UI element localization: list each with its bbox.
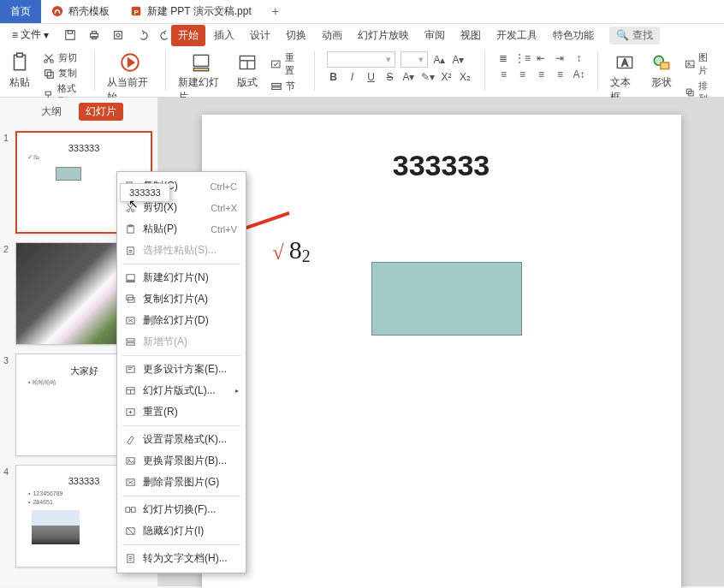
layout-icon (124, 385, 136, 397)
svg-rect-42 (126, 281, 134, 282)
svg-rect-23 (272, 61, 280, 68)
paste-icon (124, 223, 136, 235)
new-slide-button[interactable]: 新建幻灯片 (178, 51, 224, 104)
highlight-button[interactable]: ✎▾ (421, 70, 435, 84)
bold-button[interactable]: B (327, 70, 341, 84)
tab-template[interactable]: 稻壳模板 (41, 0, 120, 23)
context-menu: 复制(C)Ctrl+C 剪切(X)Ctrl+X 粘贴(P)Ctrl+V 选择性粘… (116, 171, 246, 573)
save-icon[interactable] (62, 27, 78, 43)
ctx-del-slide[interactable]: 删除幻灯片(D) (117, 310, 246, 331)
svg-point-9 (116, 33, 120, 36)
svg-rect-46 (126, 339, 134, 342)
superscript-button[interactable]: X² (440, 70, 454, 84)
ribbon-tab-design[interactable]: 设计 (243, 25, 277, 46)
italic-button[interactable]: I (346, 70, 359, 84)
layout-label: 版式 (237, 75, 258, 90)
decrease-font-icon[interactable]: A▾ (452, 53, 466, 67)
numbering-button[interactable]: ⋮≡ (515, 51, 529, 65)
panel-tab-slides[interactable]: 幻灯片 (79, 103, 123, 121)
shapes-button[interactable]: 形状 (650, 51, 673, 90)
ctx-slide-layout[interactable]: 幻灯片版式(L)...▸ (117, 380, 246, 401)
ribbon-tab-review[interactable]: 审阅 (418, 25, 452, 46)
thumb-number: 2 (3, 242, 12, 345)
hide-icon (124, 526, 136, 538)
ctx-to-word[interactable]: 转为文字文档(H)... (117, 548, 246, 569)
workarea: 大纲 幻灯片 1 333333 ✓8₂ 2 3 大家好 (0, 98, 724, 586)
ribbon-tab-extra[interactable]: 特色功能 (546, 25, 601, 46)
bullets-button[interactable]: ≣ (496, 51, 510, 65)
align-center-button[interactable]: ≡ (515, 68, 529, 81)
font-size-combo[interactable]: ▾ (401, 51, 428, 68)
reset-slide-button[interactable]: 重置 (270, 51, 301, 77)
app-menu-button[interactable]: ≡ 文件 ▾ (7, 26, 54, 44)
ctx-reset[interactable]: 重置(R) (117, 401, 246, 423)
ribbon-tab-transition[interactable]: 切换 (279, 25, 313, 46)
ribbon-tab-slideshow[interactable]: 幻灯片放映 (351, 25, 416, 46)
cut-button[interactable]: 剪切 (43, 51, 82, 64)
subscript-button[interactable]: X₂ (459, 70, 472, 84)
ctx-more-design[interactable]: 更多设计方案(E)... (117, 359, 246, 380)
new-tab-button[interactable]: + (262, 0, 286, 23)
ctx-paste[interactable]: 粘贴(P)Ctrl+V (117, 218, 246, 240)
window-restore-icon[interactable]: ▢ (215, 3, 223, 15)
section-button[interactable]: 节 (270, 80, 301, 92)
svg-rect-56 (125, 508, 129, 513)
search-box[interactable]: 🔍 查找 (609, 27, 660, 45)
ctx-hide-slide[interactable]: 隐藏幻灯片(I) (117, 520, 246, 542)
dup-slide-icon (124, 294, 136, 306)
font-color-button[interactable]: A▾ (402, 70, 416, 84)
copy-button[interactable]: 复制 (43, 67, 82, 80)
increase-font-icon[interactable]: A▴ (433, 53, 447, 67)
ribbon-tab-view[interactable]: 视图 (454, 25, 488, 46)
thumb-number: 3 (3, 353, 12, 456)
ribbon-tab-animation[interactable]: 动画 (315, 25, 349, 46)
ctx-label: 粘贴(P) (143, 222, 177, 236)
svg-rect-47 (126, 342, 134, 345)
svg-rect-4 (68, 30, 72, 33)
ctx-label: 剪切(X) (143, 200, 177, 215)
line-spacing-button[interactable]: ↕ (572, 51, 585, 65)
panel-tab-outline[interactable]: 大纲 (34, 103, 68, 121)
thumb-sub: ✓8₂ (17, 153, 151, 161)
tab-close-icon[interactable]: × (228, 4, 234, 15)
indent-inc-button[interactable]: ⇥ (553, 51, 567, 65)
ctx-shortcut: Ctrl+V (211, 224, 237, 235)
thumb-photo (32, 510, 80, 544)
ctx-slide-transition[interactable]: 幻灯片切换(F)... (117, 499, 246, 520)
paste-button[interactable]: 粘贴 (9, 51, 31, 90)
align-left-button[interactable]: ≡ (496, 68, 510, 81)
strike-button[interactable]: S (383, 70, 397, 84)
slide-blue-rectangle[interactable] (371, 262, 522, 336)
align-justify-button[interactable]: ≡ (553, 68, 567, 81)
thumb-bullets: •哈哈哈哈 (28, 378, 56, 387)
chevron-down-icon: ▾ (418, 54, 424, 65)
ctx-del-bg[interactable]: 删除背景图片(G) (117, 472, 246, 493)
ribbon-tab-start[interactable]: 开始 (171, 25, 205, 46)
section-icon (124, 336, 136, 348)
tab-file[interactable]: P 新建 PPT 演示文稿.ppt ▢ × (120, 0, 262, 23)
text-direction-button[interactable]: A↕ (572, 68, 585, 81)
from-current-slide-button[interactable]: 从当前开始 (107, 51, 153, 104)
ctx-bg-format[interactable]: 设置背景格式(K)... (117, 429, 246, 450)
ctx-new-slide[interactable]: 新建幻灯片(N) (117, 267, 246, 288)
tab-home[interactable]: 首页 (0, 0, 41, 23)
ribbon-tab-dev[interactable]: 开发工具 (490, 25, 544, 46)
print-icon[interactable] (86, 27, 102, 43)
word-icon (124, 553, 136, 565)
layout-button[interactable]: 版式 (236, 51, 258, 90)
ctx-change-bg[interactable]: 更换背景图片(B)... (117, 450, 246, 472)
ctx-dup-slide[interactable]: 复制幻灯片(A) (117, 288, 246, 310)
ctx-label: 选择性粘贴(S)... (143, 243, 217, 258)
align-right-button[interactable]: ≡ (534, 68, 548, 81)
textbox-button[interactable]: A 文本框 (610, 51, 638, 104)
svg-rect-18 (194, 55, 209, 66)
svg-rect-8 (115, 31, 122, 39)
picture-button[interactable]: 图片 (685, 51, 715, 77)
slide-canvas[interactable]: 333333 √ 82 (202, 115, 681, 588)
indent-dec-button[interactable]: ⇤ (534, 51, 548, 65)
print-preview-icon[interactable] (110, 27, 126, 43)
underline-button[interactable]: U (365, 70, 378, 84)
ribbon-tab-insert[interactable]: 插入 (207, 25, 241, 46)
font-family-combo[interactable]: ▾ (327, 51, 395, 68)
undo-icon[interactable] (134, 27, 150, 43)
